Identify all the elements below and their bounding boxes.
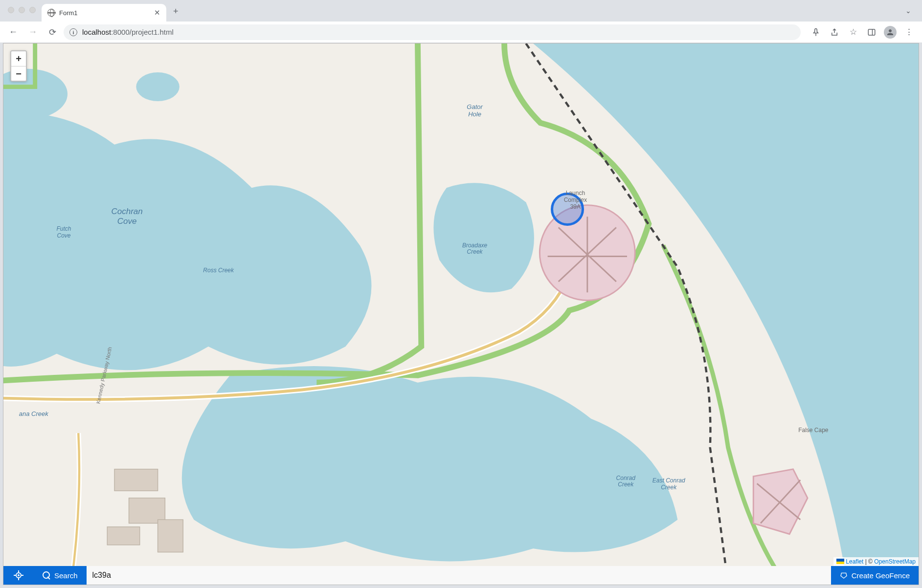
- ukraine-flag-icon: [836, 559, 844, 564]
- crosshair-icon: [14, 571, 23, 580]
- address-bar: ← → ⟳ i localhost:8000/project1.html ☆ ⋮: [0, 22, 922, 43]
- create-geofence-button[interactable]: Create GeoFence: [831, 566, 919, 585]
- reload-button[interactable]: ⟳: [44, 24, 61, 41]
- forward-button[interactable]: →: [24, 24, 41, 41]
- map-label-conrad-creek: ConradCreek: [616, 475, 635, 489]
- svg-point-5: [136, 72, 180, 101]
- profile-avatar-icon[interactable]: [882, 24, 899, 41]
- svg-rect-12: [158, 520, 183, 552]
- maximize-window-icon[interactable]: [29, 7, 36, 13]
- search-button[interactable]: Search: [34, 566, 87, 585]
- svg-rect-9: [114, 469, 158, 491]
- map-viewport[interactable]: GatorHole CochranCove FutchCove Ross Cre…: [3, 43, 919, 585]
- svg-marker-13: [841, 573, 847, 578]
- side-panel-icon[interactable]: [863, 24, 880, 41]
- site-info-icon[interactable]: i: [69, 28, 77, 36]
- tab-strip: Form1 ✕ + ⌄: [0, 0, 922, 22]
- search-input[interactable]: [87, 566, 831, 585]
- map-canvas[interactable]: GatorHole CochranCove FutchCove Ross Cre…: [3, 44, 919, 585]
- create-geofence-label: Create GeoFence: [852, 571, 910, 580]
- minimize-window-icon[interactable]: [19, 7, 25, 13]
- map-attribution: Leaflet | © OpenStreetMap: [833, 557, 919, 566]
- close-window-icon[interactable]: [8, 7, 14, 13]
- kebab-menu-icon[interactable]: ⋮: [900, 24, 917, 41]
- browser-tab[interactable]: Form1 ✕: [42, 4, 166, 22]
- map-label-east-conrad-creek: East ConradCreek: [652, 478, 685, 491]
- search-button-label: Search: [54, 571, 78, 580]
- zoom-in-button[interactable]: +: [11, 51, 26, 66]
- map-label-futch-cove: FutchCove: [56, 226, 71, 240]
- search-icon: [43, 571, 50, 579]
- url-input[interactable]: i localhost:8000/project1.html: [64, 24, 801, 40]
- map-label-gator-hole: GatorHole: [467, 104, 483, 118]
- svg-rect-1: [868, 29, 875, 35]
- back-button[interactable]: ←: [5, 24, 22, 41]
- url-path: :8000/project1.html: [111, 28, 174, 36]
- map-label-launch-complex-39a: LaunchComplex39A: [564, 190, 587, 210]
- zoom-out-button[interactable]: −: [11, 66, 26, 81]
- window-controls[interactable]: [8, 7, 36, 13]
- map-label-broadaxe-creek: BroadaxeCreek: [462, 242, 487, 256]
- tab-title: Form1: [59, 9, 78, 17]
- bookmark-star-icon[interactable]: ☆: [845, 24, 861, 41]
- map-label-cochran-cove: CochranCove: [111, 207, 142, 226]
- osm-link[interactable]: OpenStreetMap: [874, 558, 916, 565]
- globe-icon: [47, 9, 55, 17]
- map-label-banana-creek: ana Creek: [19, 411, 48, 418]
- new-tab-button[interactable]: +: [173, 6, 179, 17]
- bottom-toolbar: Search Create GeoFence: [3, 566, 919, 585]
- browser-action-icons: ☆ ⋮: [808, 24, 917, 41]
- map-label-ross-creek: Ross Creek: [203, 267, 234, 274]
- svg-rect-11: [107, 527, 139, 545]
- zoom-control: + −: [10, 50, 27, 82]
- url-host: localhost: [82, 28, 111, 36]
- share-icon[interactable]: [826, 24, 843, 41]
- chevron-down-icon[interactable]: ⌄: [905, 7, 911, 15]
- extension-pin-icon[interactable]: [808, 24, 824, 41]
- geofence-icon: [840, 571, 848, 579]
- locate-button[interactable]: [3, 566, 34, 585]
- leaflet-link[interactable]: Leaflet: [846, 558, 863, 565]
- close-tab-icon[interactable]: ✕: [154, 8, 160, 17]
- map-label-false-cape: False Cape: [798, 427, 828, 434]
- browser-chrome: Form1 ✕ + ⌄ ← → ⟳ i localhost:8000/proje…: [0, 0, 922, 43]
